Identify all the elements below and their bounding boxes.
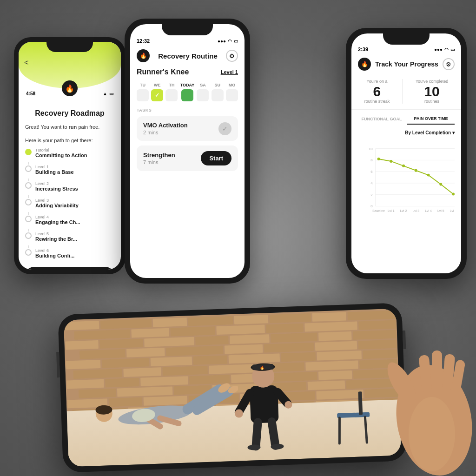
tab-functional-goal[interactable]: FUNCTIONAL GOAL (358, 113, 405, 125)
brick (73, 369, 122, 379)
tab-pain-over-time[interactable]: PAIN OVER TIME (407, 113, 455, 125)
list-item: Level 1 Building a Base (25, 165, 114, 175)
right-wifi-icon: ◠ (444, 47, 449, 52)
brick (195, 336, 229, 345)
task-card-strengthen[interactable]: Strengthen 7 mins Start (137, 145, 238, 171)
right-phone: 2:39 ●●● ◠ ▭ 🔥 Track Your Progress ⚙ You… (346, 28, 467, 279)
level-label: Level 6 (35, 248, 74, 253)
brick (266, 324, 304, 333)
task-name-vmo: VMO Activation (143, 122, 188, 129)
person-lying (75, 377, 239, 439)
condition-row: Runner's Knee Level 1 (130, 65, 245, 79)
task-duration-vmo: 2 mins (143, 130, 188, 135)
right-battery-icon: ▭ (450, 47, 455, 52)
task-card-vmo[interactable]: VMO Activation 2 mins ✓ (137, 116, 238, 141)
level-link[interactable]: Level 1 (221, 69, 238, 75)
brick (144, 337, 194, 347)
stat-completed-number: 10 (416, 84, 448, 99)
middle-wifi-icon: ◠ (228, 39, 232, 44)
left-wifi-icon: ▲ (103, 91, 107, 96)
middle-flame-logo: 🔥 (137, 49, 150, 62)
item-title: Increasing Stress (35, 186, 78, 192)
brick (353, 369, 397, 379)
middle-page-title: Recovery Routine (158, 52, 218, 60)
start-button[interactable]: Start (201, 151, 231, 165)
brick (348, 311, 396, 321)
video-scene: 🔥 (64, 309, 402, 467)
level-label: Level 4 (35, 215, 80, 219)
brick (317, 350, 361, 360)
chart-point-l6 (452, 193, 455, 196)
check-icon-we: ✓ (155, 92, 159, 99)
check-icon-vmo: ✓ (222, 125, 228, 132)
brick (188, 316, 233, 326)
brick (358, 320, 396, 330)
svg-text:Lvl 1: Lvl 1 (388, 209, 395, 212)
video-screen: 🔥 (64, 309, 402, 467)
svg-text:Lvl 5: Lvl 5 (437, 209, 444, 212)
brick (318, 370, 352, 380)
svg-text:2: 2 (370, 193, 372, 197)
power-button[interactable] (56, 352, 60, 377)
svg-text:Lvl 2: Lvl 2 (400, 209, 407, 212)
day-box-su (212, 89, 224, 101)
brick (162, 366, 208, 376)
right-signal-icon: ●●● (434, 47, 443, 52)
list-item: Level 3 Adding Variability (25, 198, 114, 208)
item-title: Rewiring the Br... (35, 236, 77, 242)
get-started-button[interactable]: Get Started (25, 267, 114, 270)
brick (234, 315, 268, 324)
middle-gear-icon[interactable]: ⚙ (226, 50, 238, 62)
stat-completed: You've completed 10 routines (416, 79, 448, 104)
svg-text:Lvl 4: Lvl 4 (425, 209, 432, 212)
day-label-th: TH (169, 83, 174, 87)
roadmap-dot-tutorial (25, 149, 32, 155)
brick (124, 367, 161, 377)
day-box-we: ✓ (151, 89, 163, 101)
brick (74, 330, 131, 340)
back-arrow-icon[interactable]: < (24, 59, 28, 67)
right-notch (383, 33, 430, 45)
list-item: Level 2 Increasing Stress (25, 181, 114, 192)
day-label-we: WE (154, 83, 161, 87)
item-title: Engaging the Ch... (35, 219, 80, 225)
chart-dropdown[interactable]: By Level Completion ▾ (358, 130, 455, 135)
svg-text:🔥: 🔥 (259, 365, 264, 370)
left-content: Recovery Roadmap Great! You want to run … (19, 96, 121, 270)
svg-line-40 (272, 422, 276, 446)
horizontal-phone: 🔥 (58, 303, 407, 473)
item-title: Adding Variability (35, 203, 79, 208)
task-duration-strengthen: 7 mins (143, 159, 175, 165)
roadmap-title: Recovery Roadmap (25, 109, 114, 118)
brick (264, 343, 314, 353)
brick (193, 355, 227, 365)
right-gear-icon[interactable]: ⚙ (443, 58, 455, 70)
brick (101, 358, 149, 368)
brick (225, 344, 263, 354)
svg-line-46 (365, 417, 367, 443)
chart-point-baseline (377, 158, 380, 160)
brick (100, 319, 152, 329)
middle-screen: 12:32 ●●● ◠ ▭ 🔥 Recovery Routine ⚙ Runne… (130, 24, 245, 278)
left-battery-icon: ▭ (109, 91, 113, 96)
left-flame-logo: 🔥 (62, 80, 78, 96)
svg-line-36 (278, 392, 287, 404)
brick (305, 322, 357, 332)
task-info-strengthen: Strengthen 7 mins (143, 152, 175, 165)
day-col-tu: TU (137, 83, 149, 101)
left-screen: < 🔥 4:58 ▲ ▭ Recovery Roadmap Great! You… (19, 42, 121, 270)
right-flame-logo: 🔥 (358, 58, 371, 71)
stat-completed-post: routines (416, 99, 448, 104)
day-box-today (181, 89, 193, 101)
brick (166, 346, 224, 356)
subtitle-text: Great! You want to (25, 124, 67, 130)
roadmap-dot-l5 (25, 232, 32, 239)
condition-name: Runner's Knee (137, 68, 189, 76)
middle-phone: 12:32 ●●● ◠ ▭ 🔥 Recovery Routine ⚙ Runne… (125, 19, 250, 284)
brick (312, 312, 346, 322)
brick (353, 330, 396, 340)
path-label: Here is your path to get there: (25, 138, 114, 143)
brick (79, 349, 126, 359)
stat-streak-pre: You're on a (364, 79, 390, 84)
svg-text:6: 6 (370, 170, 373, 174)
